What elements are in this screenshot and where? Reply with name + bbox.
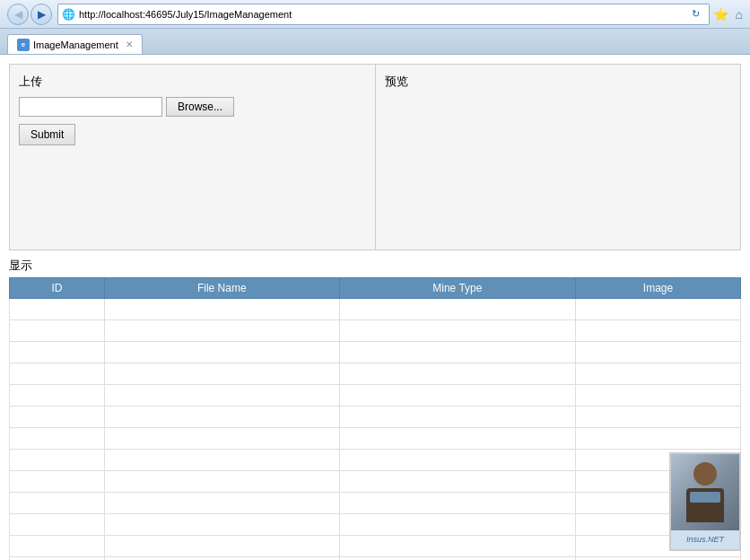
watermark-image: Insus.NET	[669, 452, 741, 551]
favorites-icon[interactable]: ⭐	[713, 7, 728, 22]
preview-panel: 预览	[376, 65, 741, 249]
tab-close-button[interactable]: ✕	[126, 39, 133, 49]
data-table: ID File Name Mine Type Image	[9, 277, 741, 560]
person-shirt	[690, 492, 720, 503]
table-row	[10, 385, 741, 407]
browse-button[interactable]: Browse...	[166, 97, 234, 117]
forward-icon: ▶	[38, 8, 46, 21]
submit-button[interactable]: Submit	[19, 124, 75, 145]
page-content: 上传 Browse... Submit 预览 显示 ID File Name M…	[0, 55, 750, 560]
display-label: 显示	[9, 258, 741, 274]
watermark-label: Insus.NET	[671, 530, 739, 549]
upload-label: 上传	[19, 74, 366, 90]
table-row	[10, 514, 741, 536]
table-row	[10, 407, 741, 428]
table-row	[10, 320, 741, 342]
person-body	[686, 488, 724, 522]
nav-buttons: ◀ ▶	[7, 4, 52, 25]
back-button[interactable]: ◀	[7, 4, 29, 25]
home-icon[interactable]: ⌂	[736, 7, 743, 22]
table-row	[10, 342, 741, 363]
table-row	[10, 450, 741, 471]
upload-preview-section: 上传 Browse... Submit 预览	[9, 64, 741, 250]
address-text: http://localhost:46695/July15/ImageManag…	[79, 9, 687, 20]
table-body	[10, 299, 741, 561]
submit-row: Submit	[19, 124, 366, 145]
address-bar[interactable]: 🌐 http://localhost:46695/July15/ImageMan…	[57, 4, 710, 25]
toolbar-icons: ⭐ ⌂	[713, 7, 743, 22]
col-filename: File Name	[104, 278, 339, 299]
tab-bar: e ImageManagement ✕	[0, 29, 750, 54]
title-bar: ◀ ▶ 🌐 http://localhost:46695/July15/Imag…	[0, 0, 750, 29]
upload-panel: 上传 Browse... Submit	[10, 65, 376, 249]
table-row	[10, 428, 741, 450]
tab-favicon: e	[17, 39, 30, 51]
address-favicon: 🌐	[62, 8, 75, 21]
active-tab[interactable]: e ImageManagement ✕	[7, 34, 143, 54]
table-row	[10, 471, 741, 493]
col-minetype: Mine Type	[339, 278, 575, 299]
col-image: Image	[576, 278, 741, 299]
table-row	[10, 536, 741, 557]
browser-chrome: ◀ ▶ 🌐 http://localhost:46695/July15/Imag…	[0, 0, 750, 55]
watermark-photo	[671, 454, 739, 530]
display-section: 显示 ID File Name Mine Type Image	[9, 258, 741, 560]
header-row: ID File Name Mine Type Image	[10, 278, 741, 299]
back-icon: ◀	[14, 8, 22, 21]
col-id: ID	[10, 278, 105, 299]
table-row	[10, 299, 741, 320]
preview-label: 预览	[385, 74, 732, 90]
file-path-input[interactable]	[19, 97, 162, 117]
forward-button[interactable]: ▶	[31, 4, 52, 25]
preview-area	[385, 97, 732, 241]
refresh-button[interactable]: ↻	[687, 5, 705, 23]
table-row	[10, 493, 741, 514]
person-head	[693, 462, 717, 486]
file-input-row: Browse...	[19, 97, 366, 117]
tab-label: ImageManagement	[33, 39, 118, 50]
table-header: ID File Name Mine Type Image	[10, 278, 741, 299]
table-row	[10, 363, 741, 385]
table-row	[10, 557, 741, 561]
